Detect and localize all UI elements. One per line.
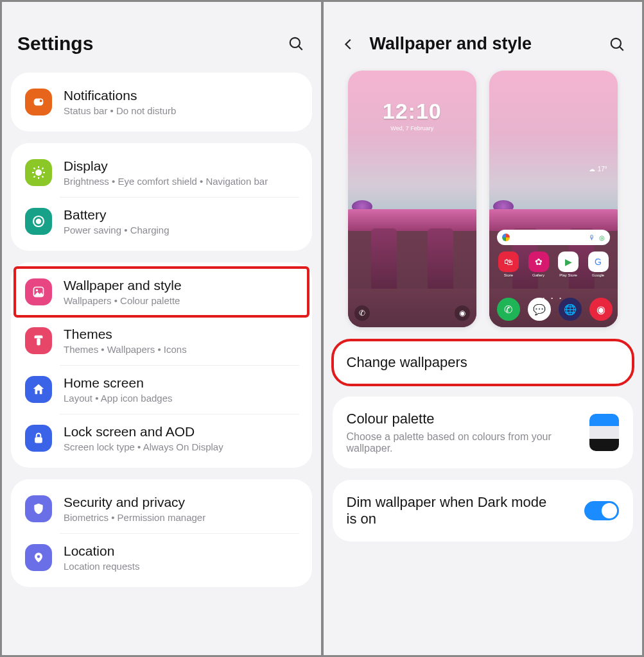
back-icon — [342, 37, 356, 51]
search-icon — [609, 36, 625, 53]
svg-rect-18 — [35, 437, 42, 443]
app-label: Google — [592, 273, 604, 277]
dock: ✆💬🌐◉ — [497, 298, 610, 321]
app-label: Gallery — [532, 273, 544, 277]
search-icon — [288, 35, 304, 52]
app-icon: G — [588, 252, 609, 272]
weather-temp: 17° — [598, 166, 607, 173]
palette-swatch-icon — [589, 414, 619, 451]
settings-item-sub: Biometrics • Permission manager — [64, 512, 205, 523]
settings-screen: Settings NotificationsStatus bar • Do no… — [2, 2, 321, 655]
settings-item-title: Themes — [64, 327, 187, 342]
settings-item-sub: Themes • Wallpapers • Icons — [64, 344, 187, 355]
weather-cloud-icon: ☁ — [589, 166, 595, 173]
svg-line-21 — [620, 47, 623, 50]
settings-item-display[interactable]: DisplayBrightness • Eye comfort shield •… — [15, 148, 308, 197]
settings-item-title: Wallpaper and style — [64, 278, 182, 293]
settings-item-title: Battery — [64, 207, 170, 223]
google-search-widget: 🎙 ◎ — [497, 230, 610, 245]
settings-item-sub: Layout • App icon badges — [64, 393, 173, 404]
settings-item-sub: Power saving • Charging — [64, 225, 170, 235]
settings-item-sub: Status bar • Do not disturb — [64, 105, 176, 116]
settings-group: Security and privacyBiometrics • Permiss… — [11, 479, 312, 587]
settings-item-lock[interactable]: Lock screen and AODScreen lock type • Al… — [15, 414, 308, 463]
app-gallery: ✿Gallery — [527, 252, 550, 277]
search-button[interactable] — [607, 35, 627, 54]
svg-point-14 — [37, 219, 40, 223]
settings-header: Settings — [11, 13, 312, 73]
app-play-store: ▶Play Store — [557, 252, 580, 277]
display-icon — [25, 159, 52, 186]
app-icon: ✿ — [528, 252, 549, 272]
svg-point-20 — [611, 38, 621, 47]
dim-wallpaper-toggle[interactable] — [584, 501, 619, 520]
settings-item-title: Location — [64, 543, 139, 559]
app-icon: ▶ — [558, 252, 579, 272]
settings-item-sub: Brightness • Eye comfort shield • Naviga… — [64, 176, 268, 187]
mic-icon: 🎙 — [589, 234, 595, 241]
change-wallpapers-label: Change wallpapers — [347, 354, 620, 371]
lockscreen-time: 12:10 — [348, 99, 476, 124]
wallpaper-header: Wallpaper and style — [333, 13, 634, 69]
settings-item-battery[interactable]: BatteryPower saving • Charging — [15, 197, 308, 246]
change-wallpapers-row[interactable]: Change wallpapers — [333, 340, 634, 385]
svg-point-3 — [39, 99, 42, 103]
back-button[interactable] — [339, 35, 358, 54]
highlight-box: Wallpaper and styleWallpapers • Colour p… — [15, 268, 308, 316]
dock-phone: ✆ — [497, 298, 520, 321]
homescreen-preview[interactable]: ☁ 17° 🎙 ◎ 🛍Store✿Gallery▶Play StoreGGoog… — [489, 71, 618, 327]
weather-widget: ☁ 17° — [589, 166, 607, 173]
svg-point-16 — [36, 289, 38, 291]
svg-line-11 — [34, 176, 35, 178]
settings-item-sub: Wallpapers • Colour palette — [64, 295, 182, 306]
colour-palette-row[interactable]: Colour palette Choose a palette based on… — [333, 397, 634, 468]
settings-item-wallpaper[interactable]: Wallpaper and styleWallpapers • Colour p… — [15, 268, 308, 316]
svg-line-12 — [42, 168, 44, 169]
svg-rect-17 — [37, 338, 40, 345]
settings-item-security[interactable]: Security and privacyBiometrics • Permiss… — [15, 484, 308, 533]
page-title: Wallpaper and style — [370, 34, 532, 54]
google-icon — [502, 234, 510, 241]
wallpaper-icon — [25, 278, 52, 305]
app-label: Store — [504, 273, 513, 277]
settings-item-themes[interactable]: ThemesThemes • Wallpapers • Icons — [15, 316, 308, 365]
page-title: Settings — [17, 33, 93, 55]
settings-item-title: Lock screen and AOD — [64, 424, 223, 439]
home-icon — [25, 376, 52, 403]
dock-camera: ◉ — [589, 298, 613, 321]
settings-group: DisplayBrightness • Eye comfort shield •… — [11, 143, 312, 251]
settings-list: NotificationsStatus bar • Do not disturb… — [11, 73, 312, 599]
svg-line-1 — [299, 46, 302, 49]
lens-icon: ◎ — [599, 234, 605, 241]
app-icon: 🛍 — [498, 252, 519, 272]
lockscreen-preview[interactable]: 12:10 Wed, 7 February ✆ ◉ — [348, 71, 476, 327]
settings-item-notifications[interactable]: NotificationsStatus bar • Do not disturb — [15, 78, 308, 126]
settings-group: NotificationsStatus bar • Do not disturb — [11, 73, 312, 132]
app-label: Play Store — [559, 273, 577, 277]
app-google: GGoogle — [586, 252, 610, 277]
settings-item-location[interactable]: LocationLocation requests — [15, 533, 308, 582]
lock-icon — [25, 425, 52, 452]
dock-internet: 🌐 — [559, 298, 582, 321]
svg-point-19 — [37, 555, 40, 558]
settings-group: Wallpaper and styleWallpapers • Colour p… — [11, 262, 312, 468]
wallpaper-previews: 12:10 Wed, 7 February ✆ ◉ ☁ 17° 🎙 ◎ 🛍Sto… — [333, 69, 634, 340]
security-icon — [25, 495, 52, 522]
lockscreen-date: Wed, 7 February — [348, 125, 476, 132]
colour-palette-sub: Choose a palette based on colours from y… — [347, 431, 552, 454]
search-button[interactable] — [286, 34, 306, 53]
settings-item-title: Security and privacy — [64, 495, 205, 510]
settings-item-sub: Screen lock type • Always On Display — [64, 441, 223, 452]
settings-item-home[interactable]: Home screenLayout • App icon badges — [15, 365, 308, 414]
dim-wallpaper-row[interactable]: Dim wallpaper when Dark mode is on — [333, 480, 634, 542]
svg-line-9 — [34, 168, 35, 169]
battery-icon — [25, 208, 52, 235]
notifications-icon — [25, 89, 52, 115]
svg-line-10 — [42, 176, 44, 178]
themes-icon — [25, 327, 52, 354]
app-store: 🛍Store — [497, 252, 521, 277]
settings-item-title: Display — [64, 158, 268, 174]
settings-item-title: Home screen — [64, 375, 173, 391]
camera-shortcut-icon: ◉ — [455, 305, 470, 321]
svg-point-4 — [35, 169, 42, 176]
